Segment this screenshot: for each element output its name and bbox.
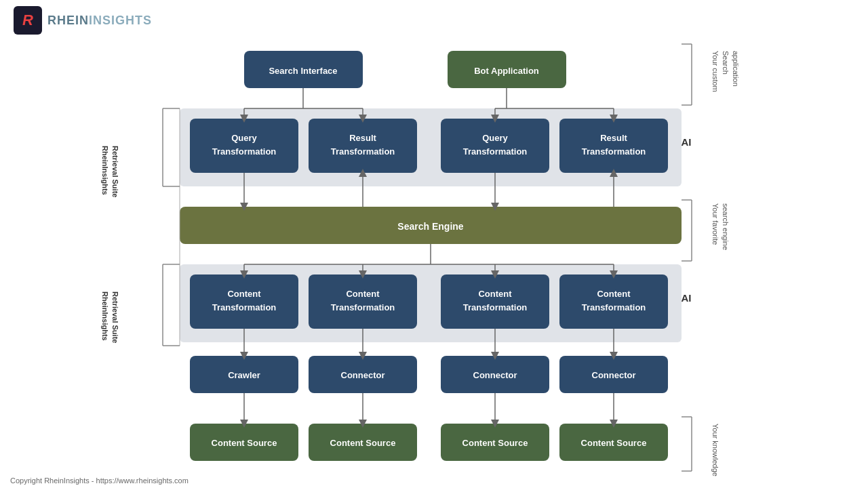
- connector-3-box: [559, 356, 668, 393]
- ai-panel-top: [180, 108, 682, 186]
- bot-application-box: [448, 51, 566, 88]
- svg-text:Transformation: Transformation: [212, 302, 277, 312]
- rheinsights-bottom-label: RheinInsights: [101, 291, 109, 341]
- connector-2-label: Connector: [473, 370, 517, 380]
- svg-text:Content: Content: [227, 289, 261, 299]
- rheinsights-top-label2: Retrieval Suite: [111, 146, 119, 197]
- search-interface-box: [244, 51, 363, 88]
- ai-top-label: AI: [682, 136, 692, 148]
- query-transform-2-box: [441, 119, 549, 173]
- svg-text:Content: Content: [597, 289, 631, 299]
- svg-text:Transformation: Transformation: [463, 302, 528, 312]
- content-transform-2-box: [309, 274, 417, 329]
- svg-text:Query: Query: [482, 133, 508, 143]
- svg-text:Query: Query: [231, 133, 257, 143]
- your-custom-search-label: Your custom: [711, 51, 719, 92]
- search-engine-label: Search Engine: [397, 221, 463, 232]
- result-transform-1-box: [309, 119, 417, 173]
- ai-bottom-label: AI: [682, 292, 692, 304]
- your-favorite-label2: search engine: [722, 203, 730, 250]
- rheinsights-top-label: RheinInsights: [101, 146, 109, 195]
- content-transform-1-box: [190, 274, 298, 329]
- svg-text:Transformation: Transformation: [212, 146, 277, 157]
- svg-text:Transformation: Transformation: [582, 146, 646, 157]
- content-source-4-box: [559, 424, 668, 461]
- content-transform-3-box: [441, 274, 549, 329]
- content-source-2-box: [309, 424, 417, 461]
- brand-name: RHEININSIGHTS: [47, 14, 152, 28]
- crawler-box: [190, 356, 298, 393]
- connector-2-box: [441, 356, 549, 393]
- copyright-text: Copyright RheinInsights - https://www.rh…: [10, 476, 189, 485]
- svg-text:Result: Result: [600, 133, 627, 143]
- logo-letter: R: [22, 12, 33, 29]
- svg-text:Transformation: Transformation: [582, 302, 646, 312]
- header: R RHEININSIGHTS: [0, 0, 868, 41]
- your-custom-search-label3: application: [732, 51, 740, 87]
- content-source-3-label: Content Source: [462, 438, 528, 448]
- svg-text:Transformation: Transformation: [463, 146, 528, 157]
- your-knowledge-label: Your knowledge: [711, 424, 719, 476]
- content-source-1-label: Content Source: [212, 438, 277, 448]
- svg-text:Content: Content: [346, 289, 380, 299]
- connector-3-label: Connector: [592, 370, 636, 380]
- svg-text:Result: Result: [349, 133, 376, 143]
- search-interface-label: Search Interface: [269, 66, 337, 76]
- your-favorite-label: Your favorite: [711, 203, 719, 245]
- logo-icon: R: [14, 6, 42, 35]
- rheinsights-bottom-label2: Retrieval Suite: [111, 291, 119, 343]
- diagram-svg: Search Interface Bot Application Query T…: [0, 0, 868, 488]
- svg-text:Transformation: Transformation: [331, 302, 395, 312]
- svg-text:Transformation: Transformation: [331, 146, 395, 157]
- brand-part2: INSIGHTS: [89, 14, 152, 27]
- footer: Copyright RheinInsights - https://www.rh…: [10, 476, 189, 485]
- content-source-1-box: [190, 424, 298, 461]
- your-custom-search-label2: Search: [722, 51, 730, 75]
- search-engine-box: [180, 207, 682, 244]
- result-transform-2-box: [559, 119, 668, 173]
- content-source-3-box: [441, 424, 549, 461]
- content-transform-4-box: [559, 274, 668, 329]
- content-source-2-label: Content Source: [330, 438, 396, 448]
- svg-text:Content: Content: [478, 289, 512, 299]
- query-transform-1-box: [190, 119, 298, 173]
- connector-1-box: [309, 356, 417, 393]
- content-source-4-label: Content Source: [581, 438, 647, 448]
- bot-application-label: Bot Application: [474, 66, 539, 76]
- crawler-label: Crawler: [228, 370, 260, 380]
- ai-panel-bottom: [180, 264, 682, 342]
- brand-part1: RHEIN: [47, 14, 89, 27]
- connector-1-label: Connector: [341, 370, 385, 380]
